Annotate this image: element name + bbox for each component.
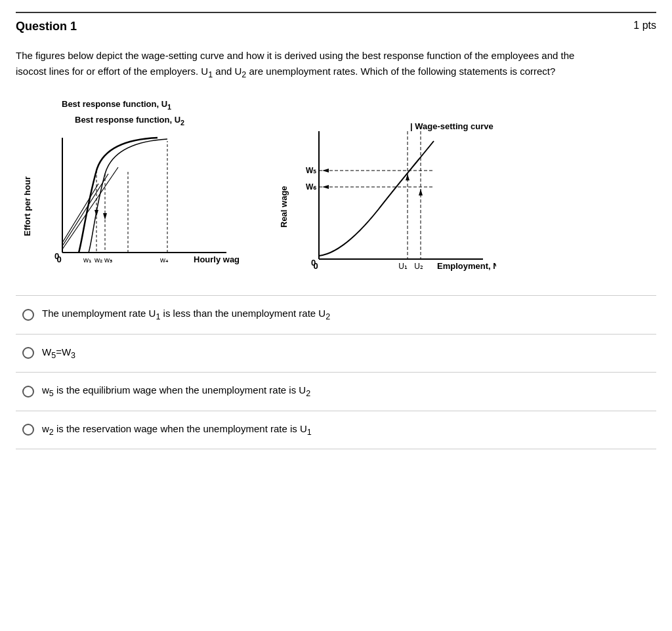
svg-marker-11	[94, 210, 98, 216]
legend-u2: Best response function, U2	[75, 113, 184, 129]
option-text-2: W5=W3	[42, 345, 75, 362]
option-radio-2[interactable]	[22, 347, 34, 359]
svg-text:U₂: U₂	[414, 262, 423, 271]
bottom-chart-y-label: Real wage	[279, 125, 289, 289]
svg-marker-26	[322, 185, 329, 189]
option-text-3: w5 is the equilibrium wage when the unem…	[42, 383, 310, 400]
svg-marker-28	[419, 189, 423, 195]
option-text-4: w2 is the reservation wage when the unem…	[42, 422, 312, 439]
figures-section: Best response function, U1 Best response…	[16, 97, 656, 289]
top-chart-wrapper: Effort per hour 0 0	[22, 131, 240, 282]
svg-text:0: 0	[313, 261, 318, 271]
option-row-3[interactable]: w5 is the equilibrium wage when the unem…	[16, 373, 656, 411]
option-text-1: The unemployment rate U1 is less than th…	[42, 306, 330, 323]
question-title: Question 1	[16, 20, 77, 33]
svg-text:U₁: U₁	[398, 262, 408, 271]
top-chart-x-label: Hourly wage	[194, 254, 240, 264]
top-chart-y-label: Effort per hour	[22, 131, 32, 282]
option-radio-3[interactable]	[22, 386, 34, 397]
chart-legend: Best response function, U1 Best response…	[62, 97, 184, 129]
top-chart-svg: 0 0	[36, 131, 240, 282]
option-row-1[interactable]: The unemployment rate U1 is less than th…	[16, 296, 656, 335]
bottom-chart-svg: 0 0 W₅	[293, 125, 496, 289]
svg-text:w₄: w₄	[159, 256, 169, 264]
svg-marker-25	[322, 169, 329, 173]
options-section: The unemployment rate U1 is less than th…	[16, 295, 656, 449]
option-radio-4[interactable]	[22, 424, 34, 436]
svg-text:w₁: w₁	[83, 256, 91, 264]
svg-line-5	[62, 174, 108, 246]
bottom-chart-area: | Wage-setting curve Real wage 0 0	[279, 110, 496, 289]
question-text: The figures below depict the wage-settin…	[16, 48, 606, 81]
bottom-chart-legend-spacer	[312, 110, 314, 120]
bottom-chart-wrapper: Real wage 0 0	[279, 125, 496, 289]
svg-text:W₆: W₆	[306, 182, 316, 192]
svg-text:W₅: W₅	[306, 166, 316, 175]
option-row-4[interactable]: w2 is the reservation wage when the unem…	[16, 411, 656, 450]
question-header: Question 1 1 pts	[16, 12, 656, 33]
legend-u1: Best response function, U1	[62, 97, 184, 113]
page: Question 1 1 pts The figures below depic…	[0, 0, 672, 465]
question-points: 1 pts	[633, 20, 656, 31]
svg-line-4	[62, 184, 98, 243]
svg-text:w₃: w₃	[104, 256, 112, 264]
svg-text:w₂: w₂	[94, 256, 102, 264]
svg-text:Employment, N: Employment, N	[437, 261, 496, 271]
svg-line-6	[62, 167, 118, 249]
option-radio-1[interactable]	[22, 309, 34, 321]
svg-text:0: 0	[56, 254, 61, 264]
svg-marker-12	[103, 213, 107, 220]
option-row-2[interactable]: W5=W3	[16, 335, 656, 373]
top-chart-area: Best response function, U1 Best response…	[22, 97, 240, 282]
